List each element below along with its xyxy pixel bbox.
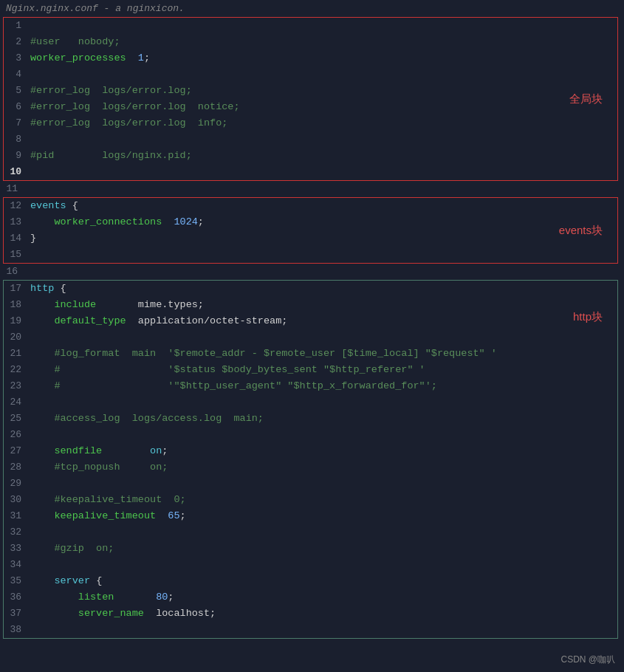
ln-9: 9 (4, 148, 30, 164)
line-16: 16 (0, 264, 624, 280)
line-22: 22 # '$status $body_bytes_sent "$http_re… (4, 362, 617, 378)
ln-37: 37 (4, 606, 30, 622)
lc-3: worker_processes 1; (30, 50, 617, 66)
ln-26: 26 (4, 427, 30, 443)
top-note: Nginx.nginx.conf - a nginxicon. (0, 0, 624, 17)
line-28: 28 #tcp_nopush on; (4, 459, 617, 476)
ln-35: 35 (4, 573, 30, 589)
ln-20: 20 (4, 329, 30, 346)
line-18: 18 include mime.types; (4, 297, 617, 313)
ln-8: 8 (4, 131, 30, 148)
line-31: 31 keepalive_timeout 65; (4, 508, 617, 524)
ln-24: 24 (4, 394, 30, 411)
ln-15: 15 (4, 247, 30, 263)
line-7: 7 #error_log logs/error.log info; (4, 115, 617, 131)
ln-13: 13 (4, 214, 30, 230)
line-23: 23 # '"$http_user_agent" "$http_x_forwar… (4, 378, 617, 394)
lc-21: #log_format main '$remote_addr - $remote… (30, 346, 617, 362)
line-38: 38 (4, 622, 617, 638)
ln-16: 16 (0, 264, 27, 280)
ln-31: 31 (4, 508, 30, 524)
ln-23: 23 (4, 378, 30, 394)
ln-18: 18 (4, 297, 30, 313)
http-block-wrapper: 17 http { 18 include mime.types; 19 defa… (0, 280, 624, 639)
ln-11: 11 (0, 181, 27, 197)
line-30: 30 #keepalive_timeout 0; (4, 492, 617, 508)
ln-3: 3 (4, 50, 30, 66)
ln-30: 30 (4, 492, 30, 508)
lc-19: default_type application/octet-stream; (30, 313, 617, 329)
lc-22: # '$status $body_bytes_sent "$http_refer… (30, 362, 617, 378)
line-36: 36 listen 80; (4, 589, 617, 606)
line-17: 17 http { (4, 281, 617, 297)
lc-13: worker_connections 1024; (30, 214, 617, 230)
line-20: 20 (4, 329, 617, 346)
events-block: 12 events { 13 worker_connections 1024; … (3, 197, 618, 264)
http-block: 17 http { 18 include mime.types; 19 defa… (3, 280, 618, 639)
line-11: 11 (0, 181, 624, 197)
line-26: 26 (4, 427, 617, 443)
lc-25: #access_log logs/access.log main; (30, 411, 617, 427)
ln-38: 38 (4, 622, 30, 638)
ln-36: 36 (4, 589, 30, 606)
lc-28: #tcp_nopush on; (30, 459, 617, 476)
ln-29: 29 (4, 476, 30, 492)
ln-2: 2 (4, 34, 30, 50)
editor: Nginx.nginx.conf - a nginxicon. 1 2 #use… (0, 0, 624, 639)
lc-36: listen 80; (30, 589, 617, 606)
lc-30: #keepalive_timeout 0; (30, 492, 617, 508)
ln-28: 28 (4, 459, 30, 476)
ln-10: 10 (4, 164, 30, 180)
line-4: 4 (4, 66, 617, 83)
ln-17: 17 (4, 281, 30, 297)
line-19: 19 default_type application/octet-stream… (4, 313, 617, 329)
lc-12: events { (30, 198, 617, 214)
line-8: 8 (4, 131, 617, 148)
ln-4: 4 (4, 66, 30, 83)
ln-1: 1 (4, 18, 30, 34)
line-9: 9 #pid logs/nginx.pid; (4, 148, 617, 164)
lc-31: keepalive_timeout 65; (30, 508, 617, 524)
line-33: 33 #gzip on; (4, 541, 617, 557)
watermark: CSDN @咖叭 (560, 654, 615, 666)
lc-23: # '"$http_user_agent" "$http_x_forwarded… (30, 378, 617, 394)
line-25: 25 #access_log logs/access.log main; (4, 411, 617, 427)
ln-33: 33 (4, 541, 30, 557)
lc-35: server { (30, 573, 617, 589)
code-area: 1 2 #user nobody; 3 worker_processes 1; … (0, 17, 624, 639)
line-13: 13 worker_connections 1024; (4, 214, 617, 230)
lc-5: #error_log logs/error.log; (30, 83, 617, 99)
ln-25: 25 (4, 411, 30, 427)
ln-14: 14 (4, 230, 30, 247)
line-34: 34 (4, 557, 617, 573)
line-37: 37 server_name localhost; (4, 606, 617, 622)
line-15: 15 (4, 247, 617, 263)
lc-33: #gzip on; (30, 541, 617, 557)
ln-22: 22 (4, 362, 30, 378)
line-27: 27 sendfile on; (4, 443, 617, 459)
lc-18: include mime.types; (30, 297, 617, 313)
line-12: 12 events { (4, 198, 617, 214)
lc-27: sendfile on; (30, 443, 617, 459)
ln-27: 27 (4, 443, 30, 459)
events-block-wrapper: 12 events { 13 worker_connections 1024; … (0, 197, 624, 264)
line-32: 32 (4, 524, 617, 541)
line-21: 21 #log_format main '$remote_addr - $rem… (4, 346, 617, 362)
line-2: 2 #user nobody; (4, 34, 617, 50)
line-29: 29 (4, 476, 617, 492)
line-10: 10 (4, 164, 617, 180)
lc-14: } (30, 230, 617, 247)
ln-7: 7 (4, 115, 30, 131)
line-3: 3 worker_processes 1; (4, 50, 617, 66)
ln-21: 21 (4, 346, 30, 362)
line-6: 6 #error_log logs/error.log notice; (4, 99, 617, 115)
ln-34: 34 (4, 557, 30, 573)
line-35: 35 server { (4, 573, 617, 589)
lc-9: #pid logs/nginx.pid; (30, 148, 617, 164)
ln-6: 6 (4, 99, 30, 115)
ln-32: 32 (4, 524, 30, 541)
ln-12: 12 (4, 198, 30, 214)
global-block: 1 2 #user nobody; 3 worker_processes 1; … (3, 17, 618, 181)
line-1: 1 (4, 18, 617, 34)
ln-19: 19 (4, 313, 30, 329)
